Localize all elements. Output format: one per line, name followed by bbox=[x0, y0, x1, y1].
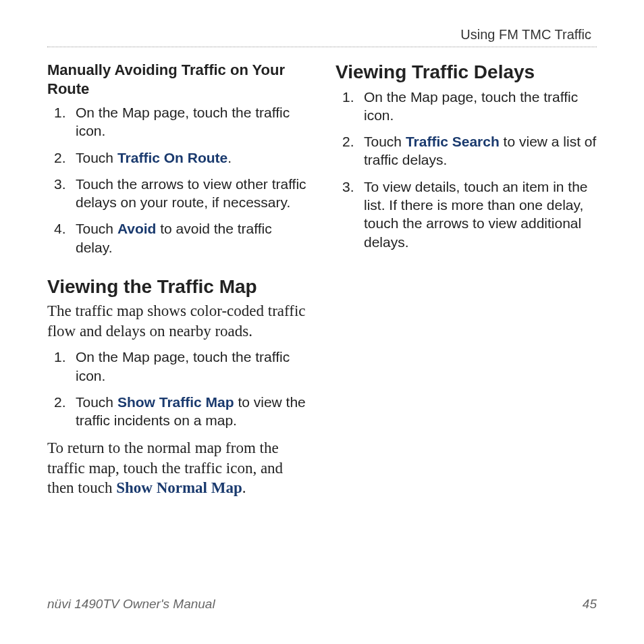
step-item: Touch Avoid to avoid the traffic delay. bbox=[47, 219, 308, 257]
right-column: Viewing Traffic Delays On the Map page, … bbox=[336, 61, 597, 505]
step-text: Touch bbox=[76, 394, 117, 410]
step-item: On the Map page, touch the traffic icon. bbox=[336, 88, 597, 125]
heading-viewing-traffic-map: Viewing the Traffic Map bbox=[47, 275, 308, 298]
ui-action-show-normal-map: Show Normal Map bbox=[116, 479, 242, 496]
chapter-title: Using FM TMC Traffic bbox=[47, 27, 597, 43]
footer-manual-title: nüvi 1490TV Owner's Manual bbox=[47, 597, 215, 612]
two-column-layout: Manually Avoiding Traffic on Your Route … bbox=[47, 61, 597, 505]
subheading-avoid-traffic: Manually Avoiding Traffic on Your Route bbox=[47, 61, 308, 98]
step-item: On the Map page, touch the traffic icon. bbox=[47, 103, 308, 140]
body-text-segment: . bbox=[242, 479, 246, 496]
step-item: On the Map page, touch the traffic icon. bbox=[47, 348, 308, 385]
footer-page-number: 45 bbox=[583, 597, 597, 612]
step-text: Touch bbox=[76, 221, 117, 236]
step-item: Touch the arrows to view other traffic d… bbox=[47, 175, 308, 212]
ui-action-show-traffic-map: Show Traffic Map bbox=[117, 394, 234, 410]
step-item: Touch Traffic Search to view a list of t… bbox=[336, 132, 597, 169]
avoid-traffic-steps: On the Map page, touch the traffic icon.… bbox=[47, 103, 308, 257]
ui-action-traffic-search: Traffic Search bbox=[406, 134, 500, 149]
ui-action-traffic-on-route: Traffic On Route bbox=[117, 150, 227, 165]
left-column: Manually Avoiding Traffic on Your Route … bbox=[47, 61, 308, 505]
step-text: Touch bbox=[364, 134, 406, 149]
traffic-map-steps: On the Map page, touch the traffic icon.… bbox=[47, 348, 308, 429]
step-item: To view details, touch an item in the li… bbox=[336, 178, 597, 251]
step-text: Touch bbox=[76, 150, 117, 165]
return-normal-map-text: To return to the normal map from the tra… bbox=[47, 438, 308, 499]
step-item: Touch Show Traffic Map to view the traff… bbox=[47, 393, 308, 430]
traffic-map-description: The traffic map shows color-coded traffi… bbox=[47, 301, 308, 342]
step-item: Touch Traffic On Route. bbox=[47, 149, 308, 167]
page-footer: nüvi 1490TV Owner's Manual 45 bbox=[47, 597, 597, 612]
ui-action-avoid: Avoid bbox=[117, 221, 157, 236]
heading-viewing-traffic-delays: Viewing Traffic Delays bbox=[336, 61, 597, 84]
traffic-delays-steps: On the Map page, touch the traffic icon.… bbox=[336, 88, 597, 251]
step-text: . bbox=[227, 150, 232, 165]
manual-page: Using FM TMC Traffic Manually Avoiding T… bbox=[0, 0, 644, 532]
header-divider bbox=[47, 47, 597, 47]
